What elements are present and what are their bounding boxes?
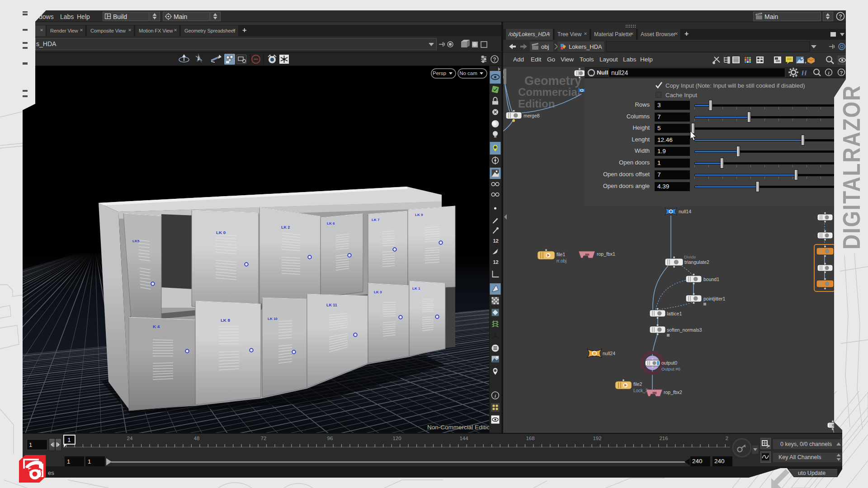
svg-text:No cam: No cam bbox=[459, 70, 477, 76]
svg-text:+: + bbox=[804, 61, 807, 65]
svg-text:LK 2: LK 2 bbox=[281, 225, 290, 230]
svg-text:2: 2 bbox=[726, 436, 728, 441]
svg-text:LK 11: LK 11 bbox=[326, 303, 337, 307]
svg-text:i: i bbox=[828, 70, 830, 75]
svg-text:LK 0: LK 0 bbox=[216, 230, 226, 235]
svg-text:12: 12 bbox=[493, 238, 498, 244]
svg-text:?: ? bbox=[493, 56, 496, 63]
svg-text:null24: null24 bbox=[603, 351, 615, 356]
svg-text:Commercial: Commercial bbox=[518, 86, 580, 98]
svg-text:12: 12 bbox=[493, 259, 498, 265]
svg-text:file1: file1 bbox=[557, 252, 565, 257]
svg-text:Divide: Divide bbox=[684, 254, 696, 259]
svg-text:rop_fbx2: rop_fbx2 bbox=[664, 389, 682, 395]
svg-text:soften_normals3: soften_normals3 bbox=[667, 327, 702, 333]
svg-text:216: 216 bbox=[659, 436, 668, 441]
svg-text:LK 6: LK 6 bbox=[327, 221, 335, 225]
svg-text:LK 8: LK 8 bbox=[221, 318, 230, 323]
svg-text:LK5: LK5 bbox=[132, 239, 140, 243]
svg-text:bound1: bound1 bbox=[703, 277, 719, 282]
svg-text:K 4: K 4 bbox=[153, 324, 160, 329]
svg-text:output0: output0 bbox=[661, 360, 677, 366]
svg-text:null14: null14 bbox=[679, 209, 691, 214]
svg-text:168: 168 bbox=[526, 436, 534, 441]
svg-text:192: 192 bbox=[593, 436, 601, 441]
svg-text:H: H bbox=[801, 69, 807, 77]
svg-text:rr.obj: rr.obj bbox=[557, 258, 566, 263]
svg-text:Output #0: Output #0 bbox=[661, 366, 680, 371]
svg-text:LK 7: LK 7 bbox=[372, 218, 380, 222]
svg-text:Non-Commercial Edition: Non-Commercial Edition bbox=[427, 424, 489, 431]
svg-text:pointjitter1: pointjitter1 bbox=[703, 296, 726, 301]
svg-text:lattice1: lattice1 bbox=[667, 311, 682, 316]
svg-text:LK 1: LK 1 bbox=[412, 286, 420, 291]
svg-text:?: ? bbox=[839, 14, 842, 20]
svg-text:rop_fbx1: rop_fbx1 bbox=[597, 251, 615, 257]
svg-text:96: 96 bbox=[327, 436, 333, 441]
svg-text:LK 10: LK 10 bbox=[268, 317, 278, 321]
svg-text:i: i bbox=[495, 393, 496, 399]
svg-text:Persp: Persp bbox=[433, 70, 446, 76]
svg-text:48: 48 bbox=[194, 436, 200, 441]
svg-text:72: 72 bbox=[261, 436, 267, 441]
svg-text:144: 144 bbox=[459, 436, 468, 441]
svg-text:LK 9: LK 9 bbox=[415, 213, 423, 217]
svg-text:?: ? bbox=[840, 70, 843, 75]
svg-text:LK 3: LK 3 bbox=[374, 290, 382, 294]
svg-text:file2: file2 bbox=[633, 381, 642, 387]
svg-text:triangulate2: triangulate2 bbox=[684, 259, 709, 265]
svg-text:1: 1 bbox=[68, 437, 71, 443]
svg-text:120: 120 bbox=[392, 436, 401, 441]
svg-text:24: 24 bbox=[127, 436, 133, 441]
